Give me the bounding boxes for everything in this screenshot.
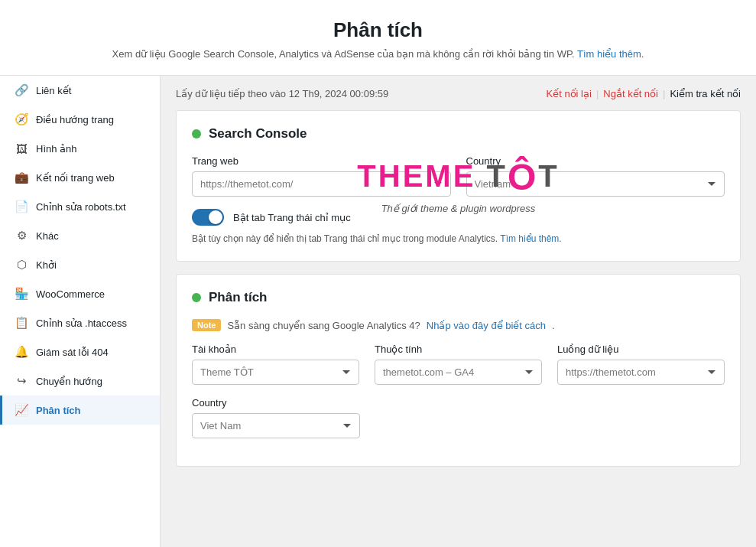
sidebar-item-label: Liên kết xyxy=(36,85,71,96)
toggle-learn-more-link[interactable]: Tìm hiểu thêm. xyxy=(500,233,561,244)
image-icon: 🖼 xyxy=(15,142,28,155)
analytics-country-label: Country xyxy=(192,397,360,409)
sidebar-item-woocommerce[interactable]: 🏪 WooCommerce xyxy=(0,279,160,308)
sidebar-item-phan-tich[interactable]: 📈 Phân tích xyxy=(0,396,160,425)
toggle-row: Bật tab Trang thái chỉ mục xyxy=(192,209,725,226)
sidebar-item-label: Chỉnh sửa robots.txt xyxy=(36,201,126,213)
bell-icon: 🔔 xyxy=(15,345,28,359)
disconnect-link[interactable]: Ngắt kết nối xyxy=(603,88,658,99)
hexagon-icon: ⬡ xyxy=(15,258,28,272)
sidebar-item-label: Kết nối trang web xyxy=(36,172,115,184)
sidebar-item-label: Điều hướng trang xyxy=(36,114,114,125)
note-bar: Note Sẵn sàng chuyển sang Google Analyti… xyxy=(192,319,725,331)
sidebar-item-dieu-huong-trang[interactable]: 🧭 Điều hướng trang xyxy=(0,105,160,134)
toggle-description: Bật tùy chọn này để hiển thị tab Trang t… xyxy=(192,232,725,246)
thuoc-tinh-group: Thuộc tính themetot.com – GA4 xyxy=(375,344,542,385)
sidebar-item-chinh-sua-robots[interactable]: 📄 Chỉnh sửa robots.txt xyxy=(0,192,160,221)
navigation-icon: 🧭 xyxy=(15,112,28,126)
sidebar-item-label: Hình ảnh xyxy=(36,143,77,155)
reconnect-link[interactable]: Kết nối lại xyxy=(547,88,592,99)
sidebar: 🔗 Liên kết 🧭 Điều hướng trang 🖼 Hình ảnh… xyxy=(0,76,161,547)
link-icon: 🔗 xyxy=(15,83,28,97)
tai-khoan-label: Tài khoản xyxy=(192,344,359,355)
analytics-country-select[interactable]: Viet Nam xyxy=(192,413,360,438)
page-header: Phân tích Xem dữ liệu Google Search Cons… xyxy=(0,0,756,76)
search-console-form-row: Trang web https://themetot.com/ Country … xyxy=(192,155,725,197)
check-connection-link[interactable]: Kiểm tra kết nối xyxy=(670,88,741,99)
sidebar-item-lien-ket[interactable]: 🔗 Liên kết xyxy=(0,76,160,105)
thuoc-tinh-select[interactable]: themetot.com – GA4 xyxy=(375,360,542,385)
sidebar-item-khoi[interactable]: ⬡ Khởi xyxy=(0,250,160,279)
status-bar: Lấy dữ liệu tiếp theo vào 12 Th9, 2024 0… xyxy=(176,88,741,99)
sidebar-item-label: WooCommerce xyxy=(36,288,105,300)
trang-web-label: Trang web xyxy=(192,155,451,167)
note-link[interactable]: Nhấp vào đây để biết cách xyxy=(427,320,546,331)
sidebar-item-khac[interactable]: ⚙ Khác xyxy=(0,221,160,250)
sidebar-item-chinh-sua-htaccess[interactable]: 📋 Chỉnh sửa .htaccess xyxy=(0,308,160,337)
chart-icon: 📈 xyxy=(15,403,28,417)
note-text: Sẵn sàng chuyển sang Google Analytics 4? xyxy=(227,320,420,331)
content-area: Lấy dữ liệu tiếp theo vào 12 Th9, 2024 0… xyxy=(161,76,756,547)
sidebar-item-giam-sat-loi-404[interactable]: 🔔 Giám sát lỗi 404 xyxy=(0,337,160,366)
phan-tich-card: Phân tích Note Sẵn sàng chuyển sang Goog… xyxy=(176,274,741,467)
sidebar-item-label: Chuyển hướng xyxy=(36,376,102,387)
note-badge: Note xyxy=(192,319,221,331)
analytics-country-group: Country Viet Nam xyxy=(192,397,360,438)
phan-tich-status-dot xyxy=(192,293,201,302)
trang-web-select[interactable]: https://themetot.com/ xyxy=(192,171,451,197)
sidebar-item-label: Chỉnh sửa .htaccess xyxy=(36,317,127,329)
country-group: Country Vietnam xyxy=(466,155,725,197)
gear-icon: ⚙ xyxy=(15,229,28,243)
luong-du-lieu-group: Luồng dữ liệu https://themetot.com xyxy=(557,344,725,385)
thuoc-tinh-label: Thuộc tính xyxy=(375,344,542,355)
page-description: Xem dữ liệu Google Search Console, Analy… xyxy=(15,48,741,60)
sidebar-item-chuyen-huong[interactable]: ↪ Chuyển hướng xyxy=(0,366,160,396)
phan-tich-title: Phân tích xyxy=(192,290,725,305)
learn-more-link[interactable]: Tìm hiểu thêm xyxy=(577,48,641,60)
status-text: Lấy dữ liệu tiếp theo vào 12 Th9, 2024 0… xyxy=(176,88,388,99)
search-console-title: Search Console xyxy=(192,126,725,142)
tai-khoan-group: Tài khoản Theme TỐT xyxy=(192,344,359,385)
sidebar-item-label: Phân tích xyxy=(36,405,81,416)
country-select[interactable]: Vietnam xyxy=(466,171,725,197)
suitcase-icon: 💼 xyxy=(15,171,28,184)
sidebar-item-label: Khởi xyxy=(36,259,57,271)
country-label: Country xyxy=(466,155,725,167)
status-dot-green xyxy=(192,129,201,138)
index-status-toggle[interactable] xyxy=(192,209,224,226)
sidebar-item-hinh-anh[interactable]: 🖼 Hình ảnh xyxy=(0,134,160,163)
analytics-row-1: Tài khoản Theme TỐT Thuộc tính themetot.… xyxy=(192,344,725,385)
luong-du-lieu-label: Luồng dữ liệu xyxy=(557,344,725,355)
redirect-icon: ↪ xyxy=(15,374,28,388)
sidebar-item-label: Khác xyxy=(36,230,59,242)
search-console-card: Search Console Trang web https://themeto… xyxy=(176,110,741,262)
trang-web-group: Trang web https://themetot.com/ xyxy=(192,155,451,197)
toggle-label: Bật tab Trang thái chỉ mục xyxy=(233,212,351,223)
connection-links: Kết nối lại | Ngắt kết nối | Kiểm tra kế… xyxy=(547,88,741,99)
page-title: Phân tích xyxy=(15,18,741,42)
file-icon: 📋 xyxy=(15,316,28,330)
luong-du-lieu-select[interactable]: https://themetot.com xyxy=(557,360,725,385)
analytics-row-2: Country Viet Nam xyxy=(192,397,360,438)
tai-khoan-select[interactable]: Theme TỐT xyxy=(192,360,359,385)
sidebar-item-ket-noi-trang-web[interactable]: 💼 Kết nối trang web xyxy=(0,163,160,192)
sidebar-item-label: Giám sát lỗi 404 xyxy=(36,347,109,358)
document-icon: 📄 xyxy=(15,200,28,213)
store-icon: 🏪 xyxy=(15,287,28,301)
